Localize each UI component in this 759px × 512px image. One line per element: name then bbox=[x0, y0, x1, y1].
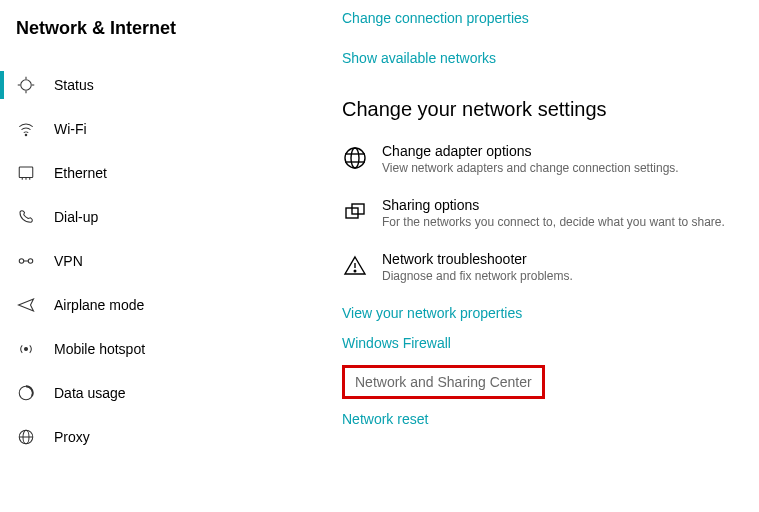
sidebar-item-datausage[interactable]: Data usage bbox=[0, 371, 310, 415]
option-title: Network troubleshooter bbox=[382, 251, 573, 267]
svg-point-5 bbox=[25, 134, 27, 136]
link-change-connection[interactable]: Change connection properties bbox=[342, 10, 739, 26]
section-title: Change your network settings bbox=[342, 98, 739, 121]
sidebar-item-hotspot[interactable]: Mobile hotspot bbox=[0, 327, 310, 371]
link-network-reset[interactable]: Network reset bbox=[342, 411, 739, 427]
svg-point-19 bbox=[351, 148, 359, 168]
option-sharing[interactable]: Sharing options For the networks you con… bbox=[342, 197, 739, 229]
sidebar-item-status[interactable]: Status bbox=[0, 63, 310, 107]
dialup-icon bbox=[16, 207, 36, 227]
ethernet-icon bbox=[16, 163, 36, 183]
sidebar-item-wifi[interactable]: Wi-Fi bbox=[0, 107, 310, 151]
wifi-icon bbox=[16, 119, 36, 139]
svg-rect-6 bbox=[19, 167, 33, 178]
svg-point-0 bbox=[21, 80, 32, 91]
main-content: Change connection properties Show availa… bbox=[310, 0, 759, 512]
link-windows-firewall[interactable]: Windows Firewall bbox=[342, 335, 739, 351]
svg-point-18 bbox=[345, 148, 365, 168]
sidebar-item-label: Proxy bbox=[54, 429, 90, 445]
option-desc: Diagnose and fix network problems. bbox=[382, 269, 573, 283]
svg-point-13 bbox=[25, 348, 28, 351]
svg-point-10 bbox=[19, 259, 24, 264]
svg-point-11 bbox=[28, 259, 33, 264]
sidebar-item-ethernet[interactable]: Ethernet bbox=[0, 151, 310, 195]
sidebar-item-proxy[interactable]: Proxy bbox=[0, 415, 310, 459]
vpn-icon bbox=[16, 251, 36, 271]
proxy-icon bbox=[16, 427, 36, 447]
sidebar-item-label: Dial-up bbox=[54, 209, 98, 225]
sidebar-item-label: VPN bbox=[54, 253, 83, 269]
adapter-icon bbox=[342, 145, 368, 171]
sidebar-item-dialup[interactable]: Dial-up bbox=[0, 195, 310, 239]
warning-icon bbox=[342, 253, 368, 279]
status-icon bbox=[16, 75, 36, 95]
option-troubleshoot[interactable]: Network troubleshooter Diagnose and fix … bbox=[342, 251, 739, 283]
sidebar-item-label: Ethernet bbox=[54, 165, 107, 181]
hotspot-icon bbox=[16, 339, 36, 359]
sharing-icon bbox=[342, 199, 368, 225]
link-network-sharing-center[interactable]: Network and Sharing Center bbox=[342, 365, 545, 399]
svg-point-25 bbox=[354, 270, 356, 272]
option-title: Sharing options bbox=[382, 197, 725, 213]
airplane-icon bbox=[16, 295, 36, 315]
bottom-links: View your network properties Windows Fir… bbox=[342, 305, 739, 427]
page-title: Network & Internet bbox=[0, 10, 310, 63]
link-network-properties[interactable]: View your network properties bbox=[342, 305, 739, 321]
sidebar: Network & Internet Status Wi-Fi Ethernet… bbox=[0, 0, 310, 512]
sidebar-item-label: Status bbox=[54, 77, 94, 93]
data-usage-icon bbox=[16, 383, 36, 403]
sidebar-item-label: Mobile hotspot bbox=[54, 341, 145, 357]
option-desc: For the networks you connect to, decide … bbox=[382, 215, 725, 229]
sidebar-item-vpn[interactable]: VPN bbox=[0, 239, 310, 283]
option-adapter[interactable]: Change adapter options View network adap… bbox=[342, 143, 739, 175]
option-desc: View network adapters and change connect… bbox=[382, 161, 679, 175]
sidebar-item-label: Wi-Fi bbox=[54, 121, 87, 137]
sidebar-item-label: Data usage bbox=[54, 385, 126, 401]
link-show-networks[interactable]: Show available networks bbox=[342, 50, 739, 66]
option-title: Change adapter options bbox=[382, 143, 679, 159]
sidebar-item-label: Airplane mode bbox=[54, 297, 144, 313]
sidebar-item-airplane[interactable]: Airplane mode bbox=[0, 283, 310, 327]
